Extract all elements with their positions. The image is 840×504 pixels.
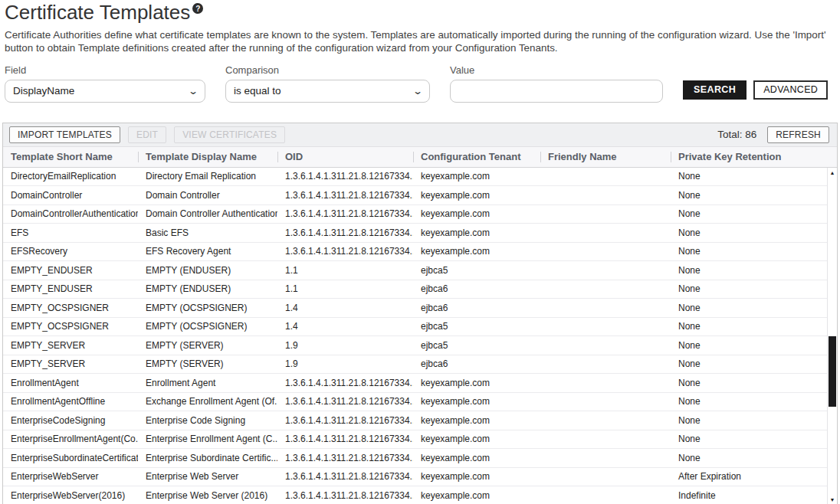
cell-private-key-retention: None <box>671 246 827 257</box>
column-header-oid[interactable]: OID <box>277 147 413 167</box>
table-row[interactable]: EnrollmentAgent Enrollment Agent 1.3.6.1… <box>3 374 827 393</box>
vertical-scrollbar[interactable]: ▲ ▼ <box>827 168 837 504</box>
refresh-button[interactable]: REFRESH <box>767 126 829 143</box>
cell-template-display-name: Domain Controller Authentication <box>138 208 277 219</box>
column-header-template-short-name[interactable]: Template Short Name <box>3 147 138 167</box>
scroll-up-icon[interactable]: ▲ <box>830 170 835 175</box>
cell-template-display-name: Enterprise Web Server <box>138 471 277 482</box>
table-row[interactable]: EMPTY_SERVER EMPTY (SERVER) 1.9 ejbca5 N… <box>3 336 827 355</box>
cell-template-short-name: EMPTY_OCSPSIGNER <box>3 303 138 313</box>
cell-configuration-tenant: keyexample.com <box>413 434 540 444</box>
table-row[interactable]: EFS Basic EFS 1.3.6.1.4.1.311.21.8.12167… <box>3 224 827 243</box>
cell-template-display-name: EMPTY (ENDUSER) <box>138 283 277 294</box>
table-row[interactable]: EnterpriseEnrollmentAgent(Co... Enterpri… <box>3 430 827 450</box>
cell-oid: 1.3.6.1.4.1.311.21.8.12167334.... <box>277 396 413 407</box>
table-row[interactable]: EnterpriseWebServer Enterprise Web Serve… <box>3 468 827 487</box>
certificate-templates-page: Certificate Templates ? Certificate Auth… <box>0 0 840 504</box>
import-templates-button[interactable]: IMPORT TEMPLATES <box>9 126 120 143</box>
table-row[interactable]: EMPTY_ENDUSER EMPTY (ENDUSER) 1.1 ejbca5… <box>3 261 827 280</box>
cell-template-short-name: EMPTY_SERVER <box>3 340 138 351</box>
chevron-down-icon: ⌄ <box>412 87 423 96</box>
help-icon[interactable]: ? <box>192 3 203 14</box>
cell-configuration-tenant: ejbca5 <box>413 340 540 351</box>
cell-private-key-retention: None <box>671 208 827 219</box>
view-certificates-button: VIEW CERTIFICATES <box>174 126 285 143</box>
cell-configuration-tenant: ejbca6 <box>413 283 540 294</box>
cell-configuration-tenant: keyexample.com <box>413 453 540 463</box>
table-row[interactable]: EnterpriseSubordinateCertificati... Ente… <box>3 449 827 468</box>
scrollbar-thumb[interactable] <box>829 336 836 407</box>
cell-template-display-name: Enterprise Web Server (2016) <box>138 490 277 501</box>
table-row[interactable]: DomainController Domain Controller 1.3.6… <box>3 186 827 205</box>
page-header: Certificate Templates ? <box>5 2 835 25</box>
value-label: Value <box>450 64 663 76</box>
cell-oid: 1.3.6.1.4.1.311.21.8.12167334.... <box>277 415 413 426</box>
table-row[interactable]: DirectoryEmailReplication Directory Emai… <box>3 168 827 187</box>
cell-private-key-retention: None <box>671 265 827 276</box>
table-row[interactable]: DomainControllerAuthentication Domain Co… <box>3 205 827 224</box>
cell-private-key-retention: None <box>671 227 827 238</box>
cell-configuration-tenant: keyexample.com <box>413 490 540 501</box>
cell-template-short-name: EnterpriseEnrollmentAgent(Co... <box>3 434 138 444</box>
cell-configuration-tenant: keyexample.com <box>413 396 540 407</box>
cell-template-display-name: Enterprise Subordinate Certific... <box>138 453 277 463</box>
cell-template-short-name: EMPTY_ENDUSER <box>3 283 138 294</box>
templates-grid-panel: IMPORT TEMPLATES EDIT VIEW CERTIFICATES … <box>2 123 838 504</box>
search-button[interactable]: SEARCH <box>683 80 746 100</box>
scroll-down-icon[interactable]: ▼ <box>830 497 835 502</box>
table-row[interactable]: EMPTY_OCSPSIGNER EMPTY (OCSPSIGNER) 1.4 … <box>3 318 827 337</box>
cell-template-display-name: Domain Controller <box>138 190 277 201</box>
cell-oid: 1.9 <box>277 340 413 351</box>
table-row[interactable]: EnterpriseWebServer(2016) Enterprise Web… <box>3 486 827 504</box>
cell-private-key-retention: None <box>671 283 827 294</box>
advanced-button[interactable]: ADVANCED <box>753 80 828 100</box>
table-row[interactable]: EMPTY_SERVER EMPTY (SERVER) 1.9 ejbca6 N… <box>3 355 827 375</box>
cell-template-short-name: EnterpriseSubordinateCertificati... <box>3 453 138 463</box>
edit-button: EDIT <box>128 126 166 143</box>
comparison-select[interactable]: is equal to ⌄ <box>225 80 430 103</box>
cell-private-key-retention: None <box>671 434 827 444</box>
table-header-row: Template Short Name Template Display Nam… <box>3 147 837 167</box>
cell-template-short-name: EMPTY_SERVER <box>3 358 138 369</box>
column-header-configuration-tenant[interactable]: Configuration Tenant <box>413 147 540 167</box>
table-body-wrap: DirectoryEmailReplication Directory Emai… <box>3 167 837 504</box>
column-header-friendly-name[interactable]: Friendly Name <box>540 147 671 167</box>
cell-template-display-name: EFS Recovery Agent <box>138 246 277 257</box>
search-form: Field DisplayName ⌄ Comparison is equal … <box>5 64 835 103</box>
cell-configuration-tenant: ejbca5 <box>413 321 540 332</box>
cell-configuration-tenant: keyexample.com <box>413 471 540 482</box>
value-input[interactable] <box>450 80 663 103</box>
cell-oid: 1.1 <box>277 265 413 276</box>
column-header-template-display-name[interactable]: Template Display Name <box>138 147 277 167</box>
cell-template-display-name: Directory Email Replication <box>138 171 277 182</box>
table-row[interactable]: EnrollmentAgentOffline Exchange Enrollme… <box>3 393 827 412</box>
cell-private-key-retention: None <box>671 453 827 463</box>
cell-template-display-name: Basic EFS <box>138 227 277 238</box>
cell-template-short-name: EnterpriseWebServer <box>3 471 138 482</box>
cell-template-short-name: DomainControllerAuthentication <box>3 208 138 219</box>
grid-toolbar: IMPORT TEMPLATES EDIT VIEW CERTIFICATES … <box>3 123 837 147</box>
cell-template-short-name: EFS <box>3 227 138 238</box>
column-header-private-key-retention[interactable]: Private Key Retention <box>671 147 837 167</box>
cell-configuration-tenant: ejbca6 <box>413 303 540 313</box>
cell-oid: 1.3.6.1.4.1.311.21.8.12167334.... <box>277 490 413 501</box>
cell-template-short-name: DirectoryEmailReplication <box>3 171 138 182</box>
cell-configuration-tenant: ejbca6 <box>413 358 540 369</box>
page-description: Certificate Authorities define what cert… <box>5 28 835 55</box>
cell-template-short-name: EnterpriseCodeSigning <box>3 415 138 426</box>
cell-template-short-name: EnterpriseWebServer(2016) <box>3 490 138 501</box>
cell-private-key-retention: None <box>671 378 827 388</box>
cell-oid: 1.4 <box>277 303 413 313</box>
table-row[interactable]: EMPTY_OCSPSIGNER EMPTY (OCSPSIGNER) 1.4 … <box>3 299 827 318</box>
table-row[interactable]: EMPTY_ENDUSER EMPTY (ENDUSER) 1.1 ejbca6… <box>3 280 827 299</box>
field-label: Field <box>5 64 205 76</box>
cell-oid: 1.3.6.1.4.1.311.21.8.12167334.... <box>277 190 413 201</box>
table-body: DirectoryEmailReplication Directory Emai… <box>3 168 827 504</box>
table-row[interactable]: EFSRecovery EFS Recovery Agent 1.3.6.1.4… <box>3 243 827 262</box>
toolbar-right: Total: 86 REFRESH <box>717 126 831 143</box>
chevron-down-icon: ⌄ <box>188 87 199 96</box>
field-select[interactable]: DisplayName ⌄ <box>5 80 205 103</box>
cell-template-display-name: EMPTY (SERVER) <box>138 340 277 351</box>
cell-configuration-tenant: keyexample.com <box>413 208 540 219</box>
table-row[interactable]: EnterpriseCodeSigning Enterprise Code Si… <box>3 411 827 430</box>
